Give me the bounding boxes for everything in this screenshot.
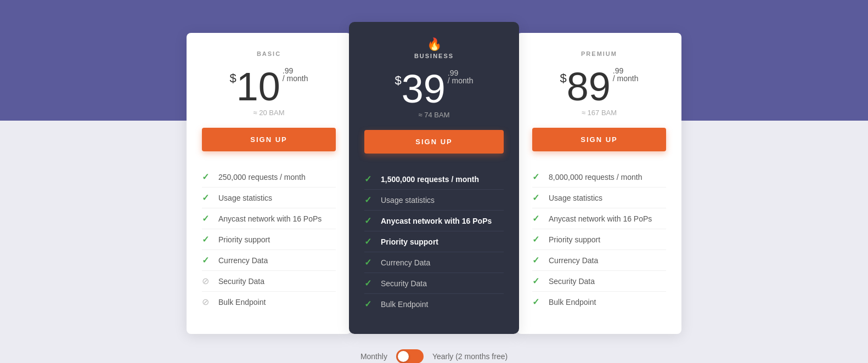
list-item: ✓ Bulk Endpoint [364,294,504,314]
business-price-dollar: $ [394,75,401,87]
basic-price-dollar: $ [229,72,236,84]
list-item: ⊘ Bulk Endpoint [202,292,336,312]
list-item: ✓ 1,500,000 requests / month [364,169,504,190]
business-header-row: 🔥 BUSINESS [414,37,454,69]
basic-signup-button[interactable]: SIGN UP [202,128,336,151]
check-icon: ✓ [364,299,374,309]
business-price-row: $ 39 .99 / month [394,69,473,109]
premium-price-cents: .99 [613,67,639,75]
premium-price-period: / month [613,75,639,82]
business-price-main: 39 [402,69,446,109]
plan-basic-card: BASIC $ 10 .99 / month ≈ 20 BAM SIGN UP … [187,33,351,334]
check-icon: ✓ [532,276,542,286]
list-item: ✓ 8,000,000 requests / month [532,167,666,188]
list-item: ✓ Usage statistics [532,188,666,208]
check-icon: ✓ [364,195,374,205]
billing-toggle-row: Monthly Yearly (2 months free) [360,349,508,363]
premium-plan-title: PREMIUM [581,50,617,57]
check-icon: ✓ [364,215,374,226]
disabled-icon: ⊘ [202,276,212,286]
page-container: BASIC $ 10 .99 / month ≈ 20 BAM SIGN UP … [0,0,868,363]
basic-price-row: $ 10 .99 / month [229,67,308,106]
check-icon: ✓ [364,174,374,184]
list-item: ✓ Priority support [364,231,504,252]
list-item: ✓ Usage statistics [202,188,336,208]
disabled-icon: ⊘ [202,297,212,307]
plan-business-card: 🔥 BUSINESS $ 39 .99 / month ≈ 74 BAM SIG… [349,22,519,334]
list-item: ✓ Bulk Endpoint [532,292,666,312]
list-item: ⊘ Security Data [202,271,336,292]
check-icon: ✓ [532,255,542,265]
list-item: ✓ Currency Data [202,250,336,271]
yearly-label: Yearly (2 months free) [432,352,508,361]
basic-price-cents: .99 [283,67,308,75]
basic-price-bam: ≈ 20 BAM [253,109,285,117]
check-icon: ✓ [202,255,212,265]
basic-price-right: .99 / month [283,67,308,87]
check-icon: ✓ [532,297,542,307]
list-item: ✓ Anycast network with 16 PoPs [532,208,666,229]
monthly-label: Monthly [360,352,387,361]
toggle-thumb [398,351,409,362]
business-price-bam: ≈ 74 BAM [419,111,450,119]
fire-icon: 🔥 [427,37,442,52]
list-item: ✓ Anycast network with 16 PoPs [364,211,504,231]
list-item: ✓ Anycast network with 16 PoPs [202,208,336,229]
check-icon: ✓ [532,192,542,203]
list-item: ✓ Currency Data [532,250,666,271]
list-item: ✓ Security Data [364,273,504,294]
list-item: ✓ Priority support [202,229,336,250]
premium-signup-button[interactable]: SIGN UP [532,128,666,151]
basic-plan-title: BASIC [257,50,281,57]
list-item: ✓ Currency Data [364,252,504,273]
business-plan-title: BUSINESS [414,53,454,59]
list-item: ✓ Usage statistics [364,190,504,211]
premium-features-list: ✓ 8,000,000 requests / month ✓ Usage sta… [532,167,666,312]
check-icon: ✓ [532,172,542,182]
toggle-track[interactable] [396,349,424,363]
check-icon: ✓ [202,234,212,245]
basic-price-main: 10 [236,67,280,106]
basic-price-period: / month [283,75,308,82]
plan-premium-card: PREMIUM $ 89 .99 / month ≈ 167 BAM SIGN … [517,33,681,334]
premium-price-dollar: $ [560,72,566,84]
pricing-cards-row: BASIC $ 10 .99 / month ≈ 20 BAM SIGN UP … [187,22,681,334]
list-item: ✓ Priority support [532,229,666,250]
billing-toggle[interactable] [396,349,424,363]
list-item: ✓ Security Data [532,271,666,292]
check-icon: ✓ [532,234,542,245]
premium-price-right: .99 / month [613,67,639,87]
check-icon: ✓ [202,192,212,203]
basic-features-list: ✓ 250,000 requests / month ✓ Usage stati… [202,167,336,312]
business-price-period: / month [448,77,474,84]
check-icon: ✓ [364,278,374,288]
business-signup-button[interactable]: SIGN UP [364,130,504,154]
premium-price-bam: ≈ 167 BAM [582,109,617,117]
check-icon: ✓ [364,236,374,247]
check-icon: ✓ [532,213,542,224]
business-price-cents: .99 [448,69,474,77]
list-item: ✓ 250,000 requests / month [202,167,336,188]
premium-price-row: $ 89 .99 / month [560,67,638,106]
business-price-right: .99 / month [448,69,474,89]
check-icon: ✓ [364,257,374,268]
check-icon: ✓ [202,172,212,182]
business-features-list: ✓ 1,500,000 requests / month ✓ Usage sta… [364,169,504,314]
premium-price-main: 89 [567,67,611,106]
check-icon: ✓ [202,213,212,224]
